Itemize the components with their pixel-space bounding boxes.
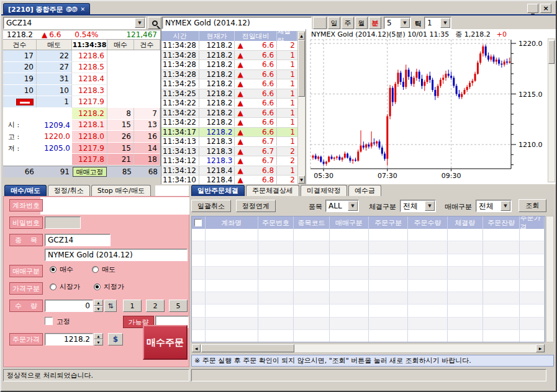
tab-매수/매도[interactable]: 매수/매도 [4, 185, 47, 196]
spin-up-icon[interactable]: ▲ [94, 300, 103, 306]
tick-row[interactable]: 11:34:221218.2▲6.61 [161, 118, 297, 128]
search-button[interactable] [148, 17, 161, 29]
tab-주문체결상세[interactable]: 주문체결상세 [246, 185, 299, 196]
chevron-down-icon[interactable]: ▼ [500, 201, 510, 211]
chevron-down-icon[interactable]: ▼ [135, 18, 145, 28]
qty-preset-5[interactable]: 5 [169, 300, 188, 312]
side-filter-combobox[interactable]: 전체▼ [476, 200, 512, 212]
symbol-name-input[interactable]: NYMEX Gold (2014.12) [45, 249, 188, 261]
buy-order-button[interactable]: 매수주문 [143, 325, 188, 360]
spin-up-icon[interactable]: ▲ [94, 333, 103, 339]
scroll-left-icon[interactable]: ◀ [192, 344, 201, 352]
fill-filter-combobox[interactable]: 전체▼ [400, 200, 436, 212]
tab-정정/취소[interactable]: 정정/취소 [48, 185, 90, 196]
volume-value: 121,467 [126, 30, 157, 39]
link-group-icon[interactable]: ⒼⒹ [66, 6, 78, 14]
scrollbar-thumb[interactable] [548, 40, 555, 64]
price-lock-button[interactable]: 매매고정 [73, 167, 107, 177]
currency-button[interactable]: $ [108, 333, 123, 345]
modify-link-button[interactable]: 정정연계 [236, 200, 276, 212]
quantity-stepper[interactable]: ▲ ▼ [94, 300, 103, 312]
status-bar: 정상적으로 처리되었습니다. [3, 369, 189, 381]
tab-예수금[interactable]: 예수금 [348, 185, 381, 196]
tick-row[interactable]: 11:34:131218.3▲6.71 [161, 137, 297, 147]
tick-row[interactable]: 11:34:281218.2▲6.61 [161, 51, 297, 61]
table-row[interactable] [192, 330, 545, 342]
tick-row[interactable]: 11:34:121218.4▲6.81 [161, 166, 297, 176]
tab-close-icon[interactable]: ✕ [81, 6, 86, 12]
scroll-right-icon[interactable]: ▶ [536, 344, 545, 352]
search-orders-button[interactable]: 조회 [519, 199, 546, 212]
close-button[interactable]: × [540, 4, 551, 13]
scrollbar-thumb[interactable] [298, 40, 305, 97]
period-button-분[interactable]: 분 [369, 17, 381, 29]
product-filter-combobox[interactable]: ALL▼ [325, 200, 359, 212]
qty-preset-2[interactable]: 2 [146, 300, 165, 312]
fixed-checkbox[interactable] [45, 317, 53, 325]
order-price-stepper[interactable]: ▲ ▼ [94, 333, 103, 345]
tick-row[interactable]: 11:34:221218.2▲6.61 [161, 99, 297, 109]
spin-down-icon[interactable]: ▼ [94, 306, 103, 312]
tick-row[interactable]: 11:34:281218.2▲6.61 [161, 60, 297, 70]
tick-row[interactable]: 11:34:171218.2▲6.61 [161, 128, 297, 138]
table-row[interactable] [192, 267, 545, 279]
chart-tool-button[interactable] [313, 17, 327, 29]
tick-scrollbar[interactable]: ▲ ▼ [297, 31, 306, 184]
chart-scrollbar[interactable] [548, 38, 555, 182]
price-type-option-시장가[interactable]: 시장가 [50, 282, 80, 292]
quantity-input[interactable]: 0 [45, 300, 93, 312]
scrollbar-thumb[interactable] [201, 344, 294, 352]
minimize-button[interactable]: _ [527, 4, 538, 13]
tick-row[interactable]: 11:34:281218.2▲6.62 [161, 41, 297, 51]
account-combobox[interactable] [40, 197, 189, 215]
price-type-option-지정가[interactable]: 지정가 [94, 282, 124, 292]
app-window: [2210] 종합주문 ⒼⒹ ✕ _ × GCZ14 ▼ NYMEX Gold … [0, 0, 557, 392]
chevron-down-icon[interactable]: ▼ [348, 201, 358, 211]
table-row[interactable] [192, 254, 545, 267]
table-row[interactable] [192, 292, 545, 305]
qty-preset-1[interactable]: 1 [123, 300, 142, 312]
tab-Stop 매수/매도[interactable]: Stop 매수/매도 [91, 185, 151, 196]
status-text: 정상적으로 처리되었습니다. [7, 371, 93, 380]
symbol-combobox[interactable]: GCZ14 ▼ [3, 17, 146, 29]
grid-hscrollbar[interactable]: ◀ ▶ [191, 344, 545, 353]
minute-combobox[interactable]: 5 ▼ [384, 17, 411, 29]
table-row[interactable] [192, 318, 545, 330]
window-title-tab[interactable]: [2210] 종합주문 ⒼⒹ ✕ [3, 3, 90, 15]
tick-combobox[interactable]: 1 ▼ [424, 17, 451, 29]
symbol-name-field[interactable]: NYMEX Gold (2014.12) [162, 17, 312, 29]
period-button-일[interactable]: 일 [328, 17, 340, 29]
table-row[interactable] [192, 305, 545, 317]
tick-row[interactable]: 11:34:131218.3▲6.72 [161, 147, 297, 157]
tab-일반주문체결[interactable]: 일반주문체결 [191, 185, 245, 196]
tick-row[interactable]: 11:34:101218.4▲6.82 [161, 176, 297, 184]
symbol-input[interactable]: GCZ14 [45, 234, 111, 246]
tick-row[interactable]: 11:34:281218.2▲6.61 [161, 70, 297, 80]
password-field[interactable] [45, 216, 81, 229]
scroll-down-icon[interactable]: ▼ [298, 176, 305, 184]
chevron-down-icon[interactable]: ▼ [425, 201, 435, 211]
order-price-input[interactable]: 1218.2 [45, 333, 93, 345]
table-row[interactable] [192, 241, 545, 254]
scroll-up-icon[interactable]: ▲ [298, 32, 305, 40]
grid-vscrollbar[interactable] [546, 216, 554, 342]
table-row[interactable] [192, 280, 545, 292]
tick-row[interactable]: 11:34:221218.2▲6.61 [161, 109, 297, 118]
period-button-월[interactable]: 월 [355, 17, 368, 29]
orderbook-ask-row: 10101218.3 [3, 85, 160, 97]
side-option-매수[interactable]: 매수 [50, 265, 73, 274]
cancel-all-button[interactable]: 일괄취소 [191, 200, 231, 212]
max-quantity-button[interactable]: ⇅ [104, 300, 117, 312]
chevron-down-icon[interactable]: ▼ [440, 18, 450, 28]
chevron-down-icon[interactable]: ▼ [400, 18, 410, 28]
side-option-매도[interactable]: 매도 [92, 265, 115, 274]
period-button-주[interactable]: 주 [342, 17, 354, 29]
spin-down-icon[interactable]: ▼ [94, 339, 103, 345]
select-all-checkbox[interactable] [194, 219, 202, 226]
table-row[interactable] [192, 229, 545, 241]
tab-미결제약정[interactable]: 미결제약정 [301, 185, 347, 196]
tick-row[interactable]: 11:34:121218.3▲6.72 [161, 156, 297, 166]
tick-row[interactable]: 11:34:251218.2▲6.61 [161, 89, 297, 99]
tick-row[interactable]: 11:34:251218.2▲6.61 [161, 79, 297, 89]
orderbook-header: 건수매도11:34:38매수건수 [3, 40, 160, 50]
